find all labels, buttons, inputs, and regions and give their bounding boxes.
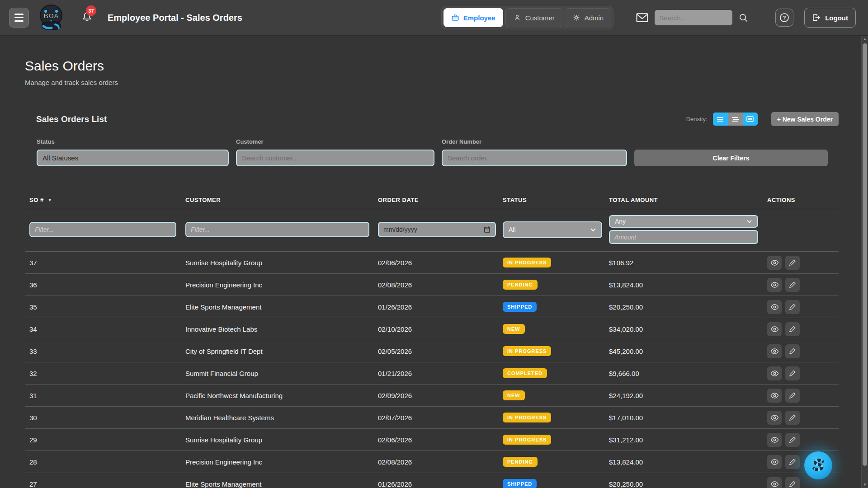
vertical-scrollbar[interactable]: ▲ ▼ [861,36,868,488]
pencil-icon [789,259,796,266]
column-header-total-amount[interactable]: TOTAL AMOUNT [604,197,763,203]
view-order-button[interactable] [767,322,782,336]
view-order-button[interactable] [767,455,782,469]
list-section-header: Sales Orders List Density: [36,112,839,126]
actions-cell [763,344,834,358]
edit-order-button[interactable] [785,322,800,336]
view-order-button[interactable] [767,256,782,270]
edit-order-button[interactable] [785,256,800,270]
order-date-cell: 02/08/2026 [373,281,498,289]
amount-filter-input[interactable] [609,230,758,244]
view-order-button[interactable] [767,344,782,358]
assistant-fab-button[interactable] [804,451,832,479]
edit-order-button[interactable] [785,455,800,469]
edit-order-button[interactable] [785,389,800,403]
view-order-button[interactable] [767,411,782,425]
chevron-down-icon [590,228,596,232]
view-order-button[interactable] [767,389,782,403]
pencil-icon [789,325,796,333]
total-amount-cell: $9,666.00 [604,370,763,377]
eye-icon [770,259,779,266]
total-amount-cell: $13,824.00 [604,458,763,466]
search-submit-button[interactable] [739,13,748,23]
scroll-down-arrow-icon[interactable]: ▼ [862,483,868,487]
order-number-filter-input[interactable] [442,150,627,166]
global-search-input[interactable] [655,10,732,25]
total-amount-cell: $34,020.00 [604,325,763,333]
view-order-button[interactable] [767,278,782,292]
help-button[interactable]: ? [775,9,793,27]
clear-filters-button[interactable]: Clear Filters [634,150,828,166]
scroll-up-arrow-icon[interactable]: ▲ [862,37,868,41]
tab-customer[interactable]: Customer [505,8,562,27]
status-cell: PENDING [498,457,604,467]
customer-filter-input[interactable] [236,150,434,166]
total-amount-cell: $106.92 [604,259,763,267]
status-cell: IN PROGRESS [498,413,604,422]
order-date-cell: 02/07/2026 [373,414,498,422]
messages-button[interactable] [636,13,648,23]
amount-operator-select[interactable]: Any [609,215,758,228]
scrollbar-thumb[interactable] [863,43,867,466]
density-comfortable-button[interactable] [728,113,743,126]
customer-cell: Pacific Northwest Manufacturing [181,392,373,399]
table-row: 32 Summit Financial Group 01/21/2026 COM… [25,362,839,385]
density-spacious-button[interactable] [743,113,758,126]
list-section-tools: Density: [686,112,839,126]
customer-column-filter-input[interactable] [185,222,369,237]
column-header-status[interactable]: STATUS [498,197,604,203]
status-badge: SHIPPED [503,302,537,312]
table-row: 35 Elite Sports Management 01/26/2026 SH… [25,296,839,318]
status-cell: NEW [498,324,604,334]
app-logo: BOA [38,3,65,33]
edit-order-button[interactable] [785,300,800,314]
so-column-filter-input[interactable] [29,222,176,237]
order-date-cell: 02/09/2026 [373,392,498,399]
calendar-icon [484,226,491,233]
customer-cell: Elite Sports Management [181,480,373,488]
table-filter-row: mm/dd/yyyy All Any [25,209,839,252]
edit-order-button[interactable] [785,411,800,425]
logout-button[interactable]: Logout [804,8,856,28]
view-order-button[interactable] [767,477,782,488]
actions-cell [763,256,834,270]
view-order-button[interactable] [767,433,782,447]
total-amount-cell: $20,250.00 [604,303,763,311]
page-title: Sales Orders [25,58,839,74]
eye-icon [770,481,779,488]
column-header-customer[interactable]: CUSTOMER [181,197,373,203]
status-badge: IN PROGRESS [503,258,551,267]
amount-filter-stack: Any [609,215,758,244]
app-title: Employee Portal - Sales Orders [108,13,242,23]
edit-order-button[interactable] [785,477,800,488]
logout-icon [812,14,821,22]
tab-admin[interactable]: Admin [565,8,612,27]
customer-cell: Summit Financial Group [181,370,373,377]
order-date-filter-input[interactable]: mm/dd/yyyy [378,222,496,237]
status-cell: IN PROGRESS [498,258,604,267]
edit-order-button[interactable] [785,278,800,292]
menu-button[interactable] [9,8,29,28]
edit-order-button[interactable] [785,366,800,380]
main-content: Sales Orders Manage and track sales orde… [0,58,868,488]
notifications-bell[interactable]: 37 [81,11,93,24]
edit-order-button[interactable] [785,433,800,447]
eye-icon [770,348,779,355]
tab-employee[interactable]: Employee [443,8,503,27]
new-sales-order-button[interactable]: + New Sales Order [771,112,839,126]
column-header-so[interactable]: SO # ▼ [25,197,181,203]
page-subtitle: Manage and track sales orders [25,79,839,86]
density-compact-button[interactable] [713,113,728,126]
edit-order-button[interactable] [785,344,800,358]
pencil-icon [789,392,796,399]
customer-cell: Precision Engineering Inc [181,458,373,466]
status-filter-select[interactable]: All Statuses [37,150,229,166]
order-date-cell: 02/10/2026 [373,325,498,333]
column-header-order-date[interactable]: ORDER DATE [373,197,498,203]
status-column-filter-select[interactable]: All [503,221,602,238]
eye-icon [770,459,779,465]
view-order-button[interactable] [767,300,782,314]
pencil-icon [789,480,796,488]
view-order-button[interactable] [767,366,782,380]
so-number-cell: 32 [25,370,181,377]
